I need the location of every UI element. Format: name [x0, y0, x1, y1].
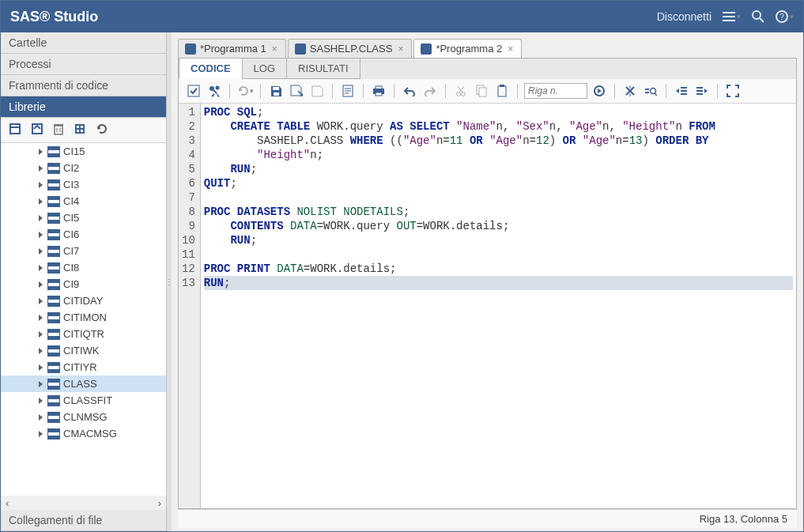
undo-history-icon[interactable]: ▾: [236, 82, 254, 100]
save-icon[interactable]: [267, 82, 285, 100]
svg-line-23: [212, 94, 214, 96]
svg-rect-7: [10, 124, 20, 134]
redo-icon[interactable]: [421, 82, 439, 100]
paste-icon[interactable]: [493, 82, 511, 100]
editor-area: CODICE LOG RISULTATI ▾: [178, 58, 797, 509]
svg-text:?: ?: [779, 13, 784, 21]
tree-item-classfit[interactable]: CLASSFIT: [1, 392, 166, 409]
h-scroll[interactable]: ‹›: [1, 496, 166, 510]
help-icon[interactable]: ?▾: [776, 10, 794, 23]
svg-rect-32: [376, 92, 382, 96]
tree-item-ci5[interactable]: CI5: [1, 209, 166, 226]
tree-item-clnmsg[interactable]: CLNMSG: [1, 409, 166, 425]
tree-item-citiday[interactable]: CITIDAY: [1, 292, 166, 309]
svg-rect-51: [681, 90, 687, 92]
svg-rect-55: [696, 93, 703, 95]
svg-rect-16: [81, 126, 83, 128]
cut-icon[interactable]: [452, 82, 470, 100]
search-icon[interactable]: [752, 10, 764, 23]
svg-rect-15: [77, 126, 79, 128]
tree-item-cmacmsg[interactable]: CMACMSG: [1, 425, 166, 442]
fullscreen-icon[interactable]: [724, 82, 742, 100]
saveas-icon[interactable]: [288, 82, 305, 100]
summary-icon[interactable]: [339, 82, 357, 100]
panel-snippets[interactable]: Frammenti di codice: [1, 75, 166, 96]
svg-rect-10: [55, 126, 62, 134]
tree-item-citiwk[interactable]: CITIWK: [1, 342, 166, 359]
subtab-results[interactable]: RISULTATI: [286, 58, 360, 79]
tree-item-citimon[interactable]: CITIMON: [1, 309, 166, 326]
menu-icon[interactable]: ▾: [723, 11, 741, 22]
svg-rect-14: [75, 124, 85, 134]
tree-item-ci8[interactable]: CI8: [1, 259, 166, 276]
lib-props-icon[interactable]: [74, 123, 86, 138]
copy-icon[interactable]: [473, 82, 490, 100]
tree-item-citiqtr[interactable]: CITIQTR: [1, 326, 166, 342]
save-disabled-icon: [308, 82, 326, 100]
svg-rect-46: [645, 89, 649, 90]
tree-item-citiyr[interactable]: CITIYR: [1, 359, 166, 375]
svg-point-48: [651, 89, 656, 94]
library-tree[interactable]: CI15CI2CI3CI4CI5CI6CI7CI8CI9CITIDAYCITIM…: [1, 143, 166, 496]
tree-item-ci3[interactable]: CI3: [1, 176, 166, 193]
find-icon[interactable]: [642, 82, 659, 100]
tree-item-class[interactable]: CLASS: [1, 375, 166, 392]
editor-toolbar: ▾: [179, 79, 796, 104]
svg-rect-47: [645, 92, 649, 93]
editor-tabs: *Programma 1×SASHELP.CLASS×*Programma 2×: [173, 39, 803, 58]
tab[interactable]: *Programma 1×: [178, 39, 286, 58]
sidebar: Cartelle Processi Frammenti di codice Li…: [1, 32, 167, 531]
run-icon[interactable]: [206, 82, 223, 100]
svg-point-3: [753, 11, 761, 19]
panel-processes[interactable]: Processi: [1, 54, 166, 75]
tree-item-ci15[interactable]: CI15: [1, 143, 166, 160]
tree-item-ci6[interactable]: CI6: [1, 226, 166, 243]
close-icon[interactable]: ×: [270, 43, 279, 55]
svg-rect-53: [696, 87, 703, 89]
svg-rect-52: [681, 93, 687, 95]
close-icon[interactable]: ×: [506, 43, 515, 55]
lib-edit-icon[interactable]: [31, 123, 43, 138]
subtab-code[interactable]: CODICE: [179, 58, 243, 79]
svg-point-22: [216, 86, 220, 90]
subtab-log[interactable]: LOG: [242, 58, 287, 79]
svg-rect-2: [723, 20, 735, 21]
panel-folders[interactable]: Cartelle: [1, 32, 166, 54]
tree-item-ci9[interactable]: CI9: [1, 276, 166, 292]
tree-item-ci7[interactable]: CI7: [1, 243, 166, 259]
goto-line-input[interactable]: [524, 83, 587, 99]
goto-icon[interactable]: [591, 82, 608, 100]
disconnect-link[interactable]: Disconnetti: [657, 10, 712, 23]
lib-toolbar: [1, 118, 166, 143]
close-icon[interactable]: ×: [396, 43, 405, 55]
tree-item-ci2[interactable]: CI2: [1, 160, 166, 176]
program-icon: [185, 43, 196, 55]
svg-rect-38: [479, 88, 486, 96]
app-header: SAS® Studio Disconnetti ▾ ?▾: [1, 1, 803, 32]
svg-rect-19: [188, 85, 199, 96]
indent-in-icon[interactable]: [673, 82, 690, 100]
svg-line-49: [655, 93, 657, 96]
svg-rect-50: [681, 87, 687, 89]
indent-out-icon[interactable]: [693, 82, 711, 100]
lib-new-icon[interactable]: [9, 123, 21, 138]
svg-rect-24: [273, 87, 279, 90]
print-icon[interactable]: [370, 82, 387, 100]
svg-rect-54: [696, 90, 703, 92]
panel-libraries[interactable]: Librerie: [1, 96, 166, 118]
clear-icon[interactable]: [621, 82, 639, 100]
tree-item-ci4[interactable]: CI4: [1, 193, 166, 209]
svg-rect-25: [274, 92, 279, 96]
tab[interactable]: *Programma 2×: [413, 39, 522, 58]
check-icon[interactable]: [185, 82, 202, 100]
tab[interactable]: SASHELP.CLASS×: [288, 39, 413, 58]
program-icon: [421, 43, 432, 55]
lib-delete-icon[interactable]: [53, 123, 64, 138]
svg-rect-18: [81, 130, 83, 132]
splitter[interactable]: [167, 32, 172, 531]
undo-icon[interactable]: [401, 82, 418, 100]
code-body[interactable]: PROC SQL; CREATE TABLE WORK.query AS SEL…: [201, 104, 796, 508]
lib-refresh-icon[interactable]: [96, 123, 108, 138]
code-editor[interactable]: 12345678910111213 PROC SQL; CREATE TABLE…: [179, 104, 796, 508]
panel-filelinks[interactable]: Collegamenti di file: [1, 510, 166, 531]
